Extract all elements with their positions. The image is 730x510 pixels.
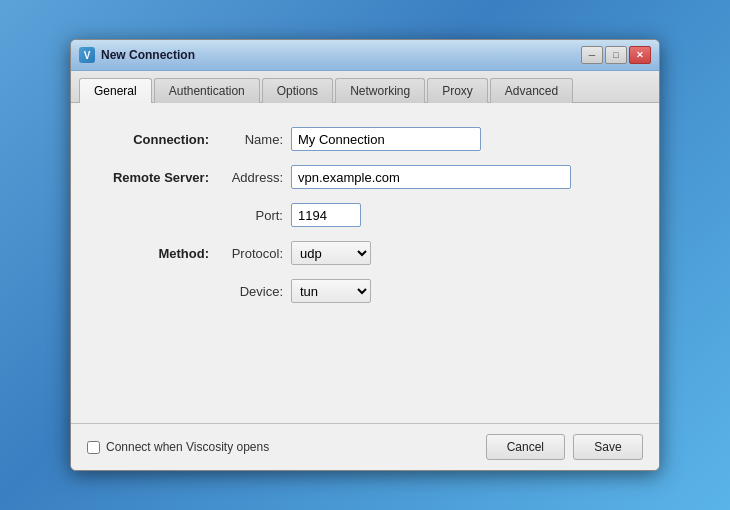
device-row: Device: tun tap bbox=[221, 279, 629, 303]
app-icon: V bbox=[79, 47, 95, 63]
tab-networking[interactable]: Networking bbox=[335, 78, 425, 103]
save-button[interactable]: Save bbox=[573, 434, 643, 460]
autoconnect-row: Connect when Viscosity opens bbox=[87, 440, 269, 454]
close-button[interactable]: ✕ bbox=[629, 46, 651, 64]
footer: Connect when Viscosity opens Cancel Save bbox=[71, 424, 659, 470]
title-bar-left: V New Connection bbox=[79, 47, 195, 63]
tab-bar: General Authentication Options Networkin… bbox=[71, 71, 659, 103]
device-select[interactable]: tun tap bbox=[291, 279, 371, 303]
method-row: Method: Protocol: udp tcp bbox=[101, 241, 629, 265]
port-input[interactable] bbox=[291, 203, 361, 227]
port-field-label: Port: bbox=[221, 208, 291, 223]
method-section-label: Method: bbox=[101, 246, 221, 261]
name-field-label: Name: bbox=[221, 132, 291, 147]
autoconnect-checkbox[interactable] bbox=[87, 441, 100, 454]
remote-server-label: Remote Server: bbox=[101, 170, 221, 185]
address-input[interactable] bbox=[291, 165, 571, 189]
autoconnect-label[interactable]: Connect when Viscosity opens bbox=[106, 440, 269, 454]
title-bar: V New Connection ─ □ ✕ bbox=[71, 40, 659, 71]
tab-general[interactable]: General bbox=[79, 78, 152, 103]
connection-section-label: Connection: bbox=[101, 132, 221, 147]
tab-options[interactable]: Options bbox=[262, 78, 333, 103]
connection-row: Connection: Name: bbox=[101, 127, 629, 151]
tab-content: Connection: Name: Remote Server: Address… bbox=[71, 103, 659, 423]
protocol-select[interactable]: udp tcp bbox=[291, 241, 371, 265]
name-input[interactable] bbox=[291, 127, 481, 151]
action-buttons: Cancel Save bbox=[486, 434, 643, 460]
maximize-button[interactable]: □ bbox=[605, 46, 627, 64]
address-field-label: Address: bbox=[221, 170, 291, 185]
tab-proxy[interactable]: Proxy bbox=[427, 78, 488, 103]
window-controls: ─ □ ✕ bbox=[581, 46, 651, 64]
minimize-button[interactable]: ─ bbox=[581, 46, 603, 64]
main-window: V New Connection ─ □ ✕ General Authentic… bbox=[70, 39, 660, 471]
window-title: New Connection bbox=[101, 48, 195, 62]
device-field-label: Device: bbox=[221, 284, 291, 299]
tab-authentication[interactable]: Authentication bbox=[154, 78, 260, 103]
protocol-field-label: Protocol: bbox=[221, 246, 291, 261]
cancel-button[interactable]: Cancel bbox=[486, 434, 565, 460]
remote-server-row: Remote Server: Address: bbox=[101, 165, 629, 189]
tab-advanced[interactable]: Advanced bbox=[490, 78, 573, 103]
port-row: Port: bbox=[221, 203, 629, 227]
